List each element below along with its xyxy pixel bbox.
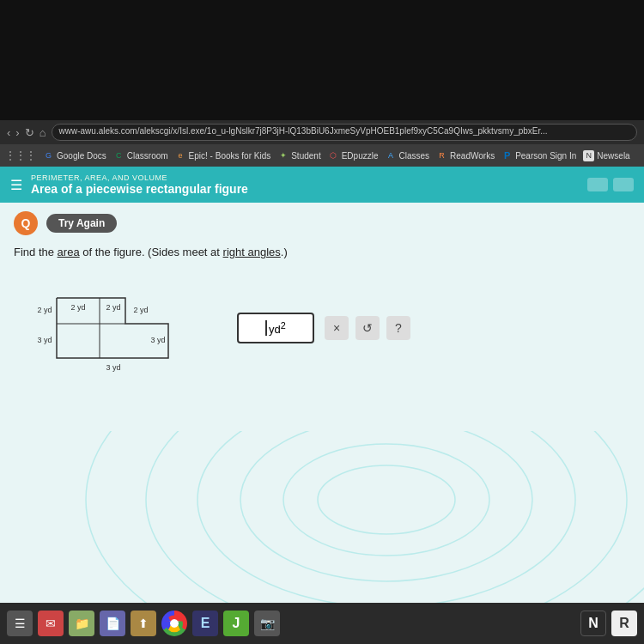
bookmark-student-label: Student [291, 151, 320, 161]
bookmark-epic[interactable]: e Epic! - Books for Kids [175, 150, 271, 161]
bookmark-readworks-label: ReadWorks [450, 151, 495, 161]
readworks-icon: R [436, 150, 447, 161]
bookmark-edpuzzle[interactable]: ⬡ EDpuzzle [328, 150, 379, 161]
svg-text:2 yd: 2 yd [37, 306, 52, 314]
classroom-icon: C [113, 150, 125, 161]
aleks-main-content: Q Try Again Find the area of the figure.… [0, 203, 644, 392]
unit-label: yd2 [269, 320, 286, 336]
undo-button[interactable]: ↺ [355, 316, 380, 340]
bookmark-epic-label: Epic! - Books for Kids [189, 151, 271, 161]
epic-icon: e [175, 150, 186, 161]
taskbar-upload-icon[interactable]: ⬆ [131, 611, 156, 636]
times-button[interactable]: × [325, 316, 349, 340]
svg-text:3 yd: 3 yd [37, 336, 52, 344]
aleks-header-controls [587, 178, 634, 191]
help-button[interactable]: ? [386, 316, 410, 340]
address-bar-row: ‹ › ↻ ⌂ www-awu.aleks.com/alekscgi/x/Isl… [0, 120, 644, 144]
try-again-row: Q Try Again [14, 211, 630, 235]
aleks-header-text: PERIMETER, AREA, AND VOLUME Area of a pi… [31, 173, 579, 196]
svg-text:3 yd: 3 yd [106, 363, 120, 372]
bookmark-newsela-label: Newsela [597, 151, 629, 161]
svg-point-10 [318, 465, 455, 534]
taskbar-j-icon[interactable]: J [223, 611, 249, 636]
google-docs-icon: G [43, 150, 54, 161]
bookmark-edpuzzle-label: EDpuzzle [342, 151, 379, 161]
browser-chrome: ‹ › ↻ ⌂ www-awu.aleks.com/alekscgi/x/Isl… [0, 120, 644, 167]
aleks-subtitle: PERIMETER, AREA, AND VOLUME [31, 173, 579, 182]
classes-icon: A [386, 150, 397, 161]
bookmark-student[interactable]: ✦ Student [277, 150, 320, 161]
taskbar: ☰ ✉ 📁 📄 ⬆ E J 📷 N R [0, 603, 644, 644]
svg-point-16 [170, 619, 179, 628]
keyboard-buttons: × ↺ ? [325, 316, 410, 340]
bookmark-google-docs-label: Google Docs [57, 151, 106, 161]
top-black-bar [0, 0, 644, 120]
bookmark-classroom[interactable]: C Classroom [113, 150, 168, 161]
taskbar-chrome-icon[interactable] [161, 611, 187, 636]
taskbar-mail-icon[interactable]: ✉ [38, 611, 64, 636]
address-field[interactable]: www-awu.aleks.com/alekscgi/x/Isl.exe/1o_… [52, 124, 637, 141]
newsela-icon: N [583, 150, 594, 161]
svg-text:2 yd: 2 yd [106, 303, 120, 312]
answer-area: yd2 × ↺ ? [237, 313, 410, 343]
taskbar-n-icon[interactable]: N [580, 611, 606, 636]
try-again-button[interactable]: Try Again [46, 214, 117, 233]
back-icon[interactable]: ‹ [7, 126, 10, 139]
bookmark-google-docs[interactable]: G Google Docs [43, 150, 106, 161]
header-btn-1[interactable] [587, 178, 608, 191]
forward-icon[interactable]: › [15, 126, 19, 139]
hamburger-icon[interactable]: ☰ [10, 177, 22, 193]
bookmark-classes[interactable]: A Classes [386, 150, 430, 161]
home-icon[interactable]: ⌂ [39, 126, 46, 139]
bookmark-pearson-label: Pearson Sign In [515, 151, 576, 161]
taskbar-r-icon[interactable]: R [611, 611, 637, 636]
bookmarks-bar: ⋮⋮⋮ G Google Docs C Classroom e Epic! - … [0, 144, 644, 167]
aleks-header: ☰ PERIMETER, AREA, AND VOLUME Area of a … [0, 167, 644, 203]
bookmark-pearson[interactable]: P Pearson Sign In [501, 150, 576, 161]
right-angles-underline: right angles [223, 246, 281, 258]
taskbar-e-icon[interactable]: E [192, 611, 218, 636]
aleks-title: Area of a piecewise rectangular figure [31, 182, 579, 196]
svg-text:3 yd: 3 yd [150, 336, 165, 344]
answer-input-box[interactable]: yd2 [237, 313, 314, 343]
pearson-icon: P [501, 150, 513, 161]
area-underline: area [58, 246, 80, 258]
answer-cursor [265, 320, 267, 336]
taskbar-files-icon[interactable]: 📄 [100, 611, 125, 636]
svg-point-14 [146, 431, 627, 603]
bookmark-classroom-label: Classroom [127, 151, 168, 161]
header-btn-2[interactable] [613, 178, 634, 191]
student-icon: ✦ [277, 150, 289, 161]
piecewise-figure: 2 yd 2 yd 2 yd 2 yd 3 yd 3 yd 3 yd [31, 272, 220, 384]
taskbar-camera-icon[interactable]: 📷 [254, 611, 280, 636]
edpuzzle-icon: ⬡ [328, 150, 339, 161]
svg-text:2 yd: 2 yd [133, 306, 148, 314]
unit-exponent: 2 [281, 320, 286, 331]
refresh-icon[interactable]: ↻ [25, 126, 34, 139]
bookmark-classes-label: Classes [399, 151, 430, 161]
bookmark-newsela[interactable]: N Newsela [583, 150, 629, 161]
bookmark-readworks[interactable]: R ReadWorks [436, 150, 495, 161]
svg-point-15 [86, 431, 644, 603]
svg-point-11 [283, 444, 489, 556]
svg-point-13 [197, 431, 575, 603]
svg-point-12 [240, 431, 532, 581]
taskbar-folder-icon[interactable]: 📁 [69, 611, 94, 636]
taskbar-start-icon[interactable]: ☰ [7, 611, 33, 636]
svg-text:2 yd: 2 yd [70, 303, 85, 312]
wavy-background [0, 431, 644, 603]
aleks-icon-circle: Q [14, 211, 38, 235]
bookmark-apps-icon: ⋮⋮⋮ [5, 149, 36, 161]
problem-text: Find the area of the figure. (Sides meet… [14, 246, 630, 258]
figure-answer-row: 2 yd 2 yd 2 yd 2 yd 3 yd 3 yd 3 yd yd2 [31, 272, 630, 384]
aleks-container: ☰ PERIMETER, AREA, AND VOLUME Area of a … [0, 167, 644, 603]
